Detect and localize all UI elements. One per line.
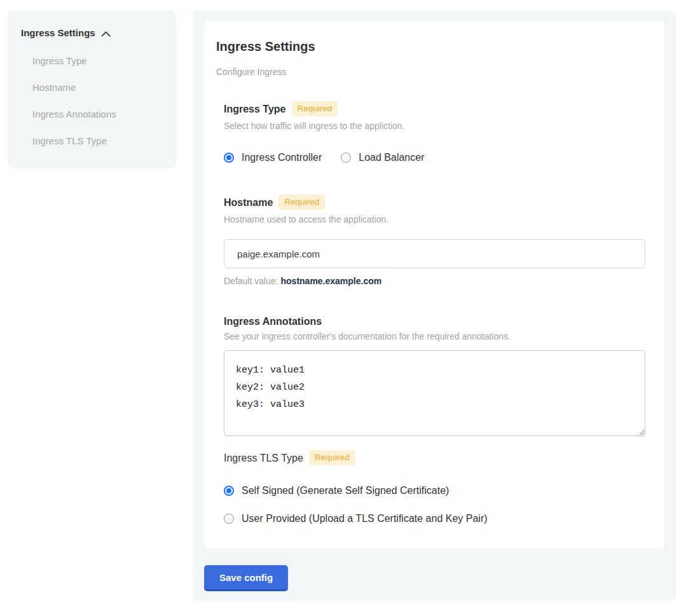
radio-label: Load Balancer (359, 152, 424, 163)
radio-option-ingress-controller[interactable]: Ingress Controller (224, 152, 322, 163)
radio-load-balancer[interactable] (341, 153, 351, 163)
radio-user-provided[interactable] (224, 514, 234, 524)
page-title: Ingress Settings (216, 39, 645, 54)
config-panel: Ingress Settings Configure Ingress Ingre… (193, 11, 676, 601)
annotations-label: Ingress Annotations (224, 316, 322, 327)
hostname-input[interactable] (224, 239, 645, 268)
radio-label: Self Signed (Generate Self Signed Certif… (242, 485, 449, 496)
default-value-text: hostname.example.com (281, 276, 382, 286)
sidebar-items: Ingress Type Hostname Ingress Annotation… (32, 56, 163, 146)
tls-type-radio-group: Self Signed (Generate Self Signed Certif… (224, 485, 645, 524)
radio-option-user-provided[interactable]: User Provided (Upload a TLS Certificate … (224, 513, 645, 524)
sidebar-group-title: Ingress Settings (21, 27, 95, 39)
radio-label: Ingress Controller (242, 152, 322, 163)
section-ingress-type: Ingress Type Required Select how traffic… (224, 101, 645, 163)
required-badge: Required (309, 450, 355, 465)
radio-option-self-signed[interactable]: Self Signed (Generate Self Signed Certif… (224, 485, 645, 496)
page-subtitle: Configure Ingress (216, 67, 645, 77)
annotations-description: See your ingress controller's documentat… (224, 331, 645, 341)
required-badge: Required (292, 101, 338, 116)
annotations-textarea[interactable]: key1: value1 key2: value2 key3: value3 (224, 350, 645, 436)
sidebar-group-ingress-settings[interactable]: Ingress Settings (21, 27, 163, 39)
section-ingress-annotations: Ingress Annotations See your ingress con… (224, 316, 645, 436)
page: Ingress Settings Ingress Type Hostname I… (0, 0, 693, 616)
radio-label: User Provided (Upload a TLS Certificate … (242, 513, 488, 524)
radio-self-signed[interactable] (224, 486, 234, 496)
ingress-type-description: Select how traffic will ingress to the a… (224, 121, 645, 131)
section-ingress-tls-type: Ingress TLS Type Required Self Signed (G… (224, 450, 645, 524)
section-hostname: Hostname Required Hostname used to acces… (224, 195, 645, 286)
tls-type-label: Ingress TLS Type (224, 453, 303, 463)
radio-option-load-balancer[interactable]: Load Balancer (341, 152, 424, 163)
hostname-label: Hostname (224, 197, 273, 208)
save-config-button[interactable]: Save config (204, 565, 288, 591)
sidebar-item-hostname[interactable]: Hostname (32, 83, 163, 93)
sidebar-item-ingress-tls-type[interactable]: Ingress TLS Type (32, 136, 163, 146)
sidebar-item-ingress-type[interactable]: Ingress Type (32, 56, 163, 66)
config-sections: Ingress Type Required Select how traffic… (224, 101, 645, 524)
sidebar-nav: Ingress Settings Ingress Type Hostname I… (8, 11, 176, 168)
hostname-description: Hostname used to access the application. (224, 214, 645, 224)
ingress-type-label: Ingress Type (224, 104, 286, 114)
config-card: Ingress Settings Configure Ingress Ingre… (204, 21, 664, 549)
chevron-up-icon (101, 28, 111, 39)
required-badge: Required (278, 195, 325, 210)
radio-ingress-controller[interactable] (224, 153, 234, 163)
sidebar-item-ingress-annotations[interactable]: Ingress Annotations (32, 109, 163, 120)
ingress-type-radio-group: Ingress Controller Load Balancer (224, 152, 645, 163)
hostname-default-line: Default value: hostname.example.com (224, 276, 645, 286)
default-value-label: Default value: (224, 276, 278, 286)
